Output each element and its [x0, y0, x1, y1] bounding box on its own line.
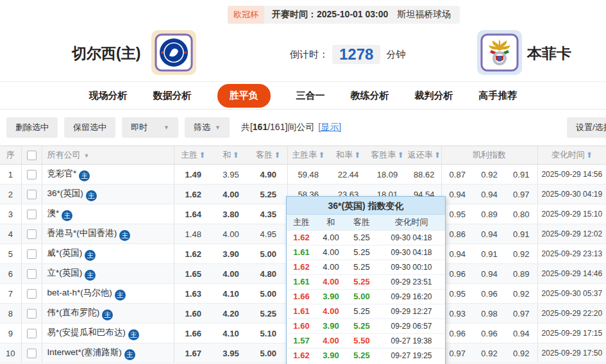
away-odds-cell[interactable]: 4.90 — [249, 165, 287, 185]
popup-body: 1.624.005.2509-30 04:181.614.005.2509-30… — [287, 230, 445, 363]
tab-coach-analysis[interactable]: 教练分析 — [351, 90, 389, 102]
draw-odds-cell[interactable]: 4.10 — [212, 324, 249, 343]
home-odds-cell[interactable]: 1.49 — [174, 165, 212, 185]
show-link[interactable]: [显示] — [318, 122, 341, 133]
filter-dropdown[interactable]: 筛选 ▼ — [185, 117, 230, 138]
home-odds-cell[interactable]: 1.63 — [174, 284, 212, 304]
tab-live-analysis[interactable]: 现场分析 — [89, 90, 128, 102]
kelly-cell: 0.92 — [473, 343, 505, 363]
popup-home-odds: 1.60 — [287, 318, 316, 333]
header-away-rate[interactable]: 客胜率⬆ — [367, 146, 407, 165]
row-checkbox[interactable] — [27, 289, 37, 299]
company-cell[interactable]: Interwet*(塞浦路斯)主 — [42, 343, 174, 363]
popup-title: 36*(英国) 指数变化 — [287, 197, 445, 215]
instant-dropdown[interactable]: 即时 ▼ — [122, 117, 178, 138]
keep-selected-button[interactable]: 保留选中 — [64, 117, 115, 138]
header-away-odds[interactable]: 客胜⬆ — [249, 146, 287, 165]
row-checkbox[interactable] — [27, 349, 37, 358]
row-checkbox[interactable] — [27, 249, 37, 259]
kelly-cell: 0.92 — [505, 244, 537, 264]
kelly-cell: 0.80 — [505, 204, 537, 224]
header-home-rate[interactable]: 主胜率⬆ — [287, 146, 329, 165]
select-all-checkbox[interactable] — [27, 151, 37, 160]
header-draw-odds[interactable]: 和⬆ — [212, 146, 249, 165]
home-odds-cell[interactable]: 1.64 — [174, 204, 212, 224]
header-draw-rate[interactable]: 和率⬆ — [329, 146, 367, 165]
sort-asc-icon: ⬆ — [397, 151, 403, 160]
away-odds-cell[interactable]: 5.00 — [249, 284, 287, 304]
row-checkbox[interactable] — [27, 170, 37, 179]
draw-odds-cell[interactable]: 3.90 — [212, 244, 249, 264]
row-checkbox[interactable] — [27, 229, 37, 239]
away-odds-cell[interactable]: 5.00 — [249, 343, 287, 363]
away-odds-cell[interactable]: 5.10 — [249, 324, 287, 343]
company-name: 易*(安提瓜和巴布达) — [47, 327, 126, 337]
company-cell[interactable]: 香港马*(中国香港)主 — [42, 224, 174, 244]
kelly-cell: 0.97 — [505, 304, 537, 324]
popup-away-odds: 5.25 — [346, 274, 378, 289]
draw-odds-cell[interactable]: 4.20 — [212, 304, 249, 324]
away-odds-cell[interactable]: 5.00 — [249, 244, 287, 264]
popup-change-time: 09-29 16:20 — [378, 289, 445, 304]
popup-home-odds: 1.61 — [287, 245, 316, 260]
draw-odds-cell[interactable]: 3.95 — [212, 165, 249, 185]
home-odds-cell[interactable]: 1.60 — [174, 304, 212, 324]
popup-change-time: 09-29 23:51 — [378, 274, 445, 289]
company-cell[interactable]: bet-at-h*(马尔他)主 — [42, 284, 174, 304]
home-odds-cell[interactable]: 1.62 — [174, 185, 212, 204]
draw-odds-cell[interactable]: 4.10 — [212, 284, 249, 304]
tab-expert-picks[interactable]: 高手推荐 — [479, 90, 518, 102]
tab-referee-analysis[interactable]: 裁判分析 — [415, 90, 453, 102]
company-cell[interactable]: 立*(英国)主 — [42, 264, 174, 284]
popup-change-time: 09-29 12:27 — [378, 304, 445, 318]
row-checkbox[interactable] — [27, 210, 37, 219]
company-cell[interactable]: 威*(英国)主 — [42, 244, 174, 264]
company-cell[interactable]: 36*(英国)主 — [42, 185, 174, 204]
header-company[interactable]: 所有公司▼ — [42, 146, 174, 165]
company-cell[interactable]: 竞彩官*主 — [42, 165, 174, 185]
draw-odds-cell[interactable]: 4.00 — [212, 185, 249, 204]
kelly-cell: 0.96 — [473, 324, 505, 343]
odds-history-popup: 36*(英国) 指数变化 主胜和客胜变化时间 1.624.005.2509-30… — [286, 196, 446, 364]
tab-win-draw-loss[interactable]: 胜平负 — [217, 84, 271, 108]
home-odds-cell[interactable]: 1.67 — [174, 343, 212, 363]
company-cell[interactable]: 澳*主 — [42, 204, 174, 224]
row-checkbox-cell — [21, 264, 42, 284]
home-odds-cell[interactable]: 1.66 — [174, 324, 212, 343]
draw-odds-cell[interactable]: 3.95 — [212, 343, 249, 363]
kickoff-time: 开赛时间：2025-10-01 03:00 — [272, 9, 388, 21]
row-checkbox[interactable] — [27, 329, 37, 338]
draw-odds-cell[interactable]: 3.80 — [212, 204, 249, 224]
draw-odds-cell[interactable]: 4.00 — [212, 224, 249, 244]
header-home-odds[interactable]: 主胜⬆ — [174, 146, 212, 165]
header-change-time[interactable]: 变化时间⬆ — [537, 146, 606, 165]
row-checkbox[interactable] — [27, 190, 37, 199]
row-checkbox[interactable] — [27, 269, 37, 279]
tab-data-analysis[interactable]: 数据分析 — [153, 90, 192, 102]
kelly-cell: 0.89 — [473, 204, 505, 224]
away-odds-cell[interactable]: 4.95 — [249, 224, 287, 244]
company-cell[interactable]: 易*(安提瓜和巴布达)主 — [42, 324, 174, 343]
chevron-down-icon: ▼ — [164, 124, 169, 131]
row-checkbox[interactable] — [27, 309, 37, 318]
home-odds-cell[interactable]: 1.48 — [174, 224, 212, 244]
home-page-badge-icon: 主 — [115, 290, 126, 301]
home-odds-cell[interactable]: 1.62 — [174, 244, 212, 264]
away-odds-cell[interactable]: 5.25 — [249, 185, 287, 204]
home-odds-cell[interactable]: 1.65 — [174, 264, 212, 284]
away-odds-cell[interactable]: 4.80 — [249, 264, 287, 284]
delete-selected-button[interactable]: 删除选中 — [6, 117, 58, 138]
draw-odds-cell[interactable]: 4.00 — [212, 264, 249, 284]
sort-asc-icon: ⬆ — [199, 151, 205, 160]
kelly-cell: 0.92 — [505, 343, 537, 363]
kelly-cell: 0.96 — [473, 284, 505, 304]
popup-home-odds: 1.61 — [287, 304, 316, 318]
company-cell[interactable]: 伟*(直布罗陀)主 — [42, 304, 174, 324]
tab-three-in-one[interactable]: 三合一 — [296, 90, 325, 102]
away-odds-cell[interactable]: 5.25 — [249, 304, 287, 324]
popup-column-header: 主胜 — [287, 215, 316, 230]
home-page-badge-icon: 主 — [62, 210, 72, 221]
settings-button[interactable]: 设置/选择 — [567, 117, 606, 138]
header-payout-rate[interactable]: 返还率⬆ — [407, 146, 441, 165]
away-odds-cell[interactable]: 4.35 — [249, 204, 287, 224]
